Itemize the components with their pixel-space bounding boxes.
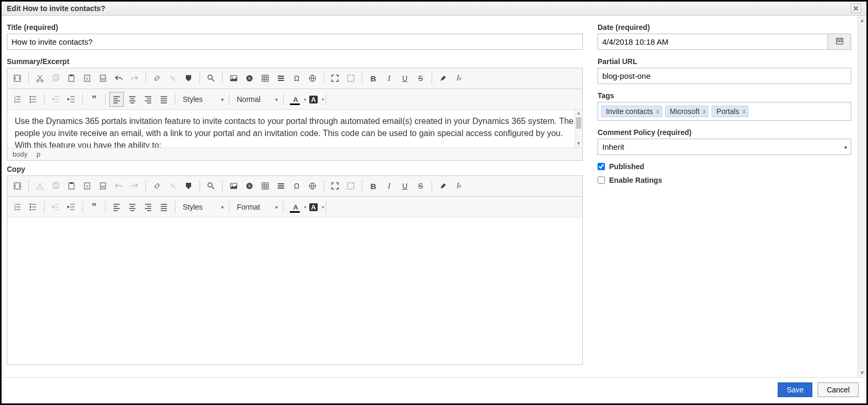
embed-icon[interactable] xyxy=(242,179,257,193)
anchor-icon[interactable] xyxy=(181,71,196,86)
bg-color-icon[interactable]: A▾ xyxy=(305,200,322,214)
tag-remove-icon[interactable]: x xyxy=(742,108,746,115)
date-input[interactable] xyxy=(598,34,828,50)
align-left-icon[interactable] xyxy=(109,92,124,107)
underline-icon[interactable]: U xyxy=(398,71,412,86)
specialchar-icon[interactable]: Ω xyxy=(289,71,304,86)
undo-icon[interactable] xyxy=(111,179,126,193)
copy-icon[interactable] xyxy=(48,71,63,86)
align-center-icon[interactable] xyxy=(125,92,140,107)
numbered-list-icon[interactable]: 123 xyxy=(10,200,25,214)
find-icon[interactable] xyxy=(204,71,218,86)
styles-dropdown[interactable]: Styles xyxy=(179,200,226,214)
underline-icon[interactable]: U xyxy=(398,179,412,193)
table-icon[interactable] xyxy=(258,71,273,86)
save-button[interactable]: Save xyxy=(778,382,812,397)
removeformat-icon[interactable]: Ix xyxy=(452,71,466,86)
redo-icon[interactable] xyxy=(127,71,142,86)
elpath-p[interactable]: p xyxy=(37,150,40,158)
unlink-icon[interactable] xyxy=(165,71,180,86)
align-left-icon[interactable] xyxy=(109,200,124,214)
cancel-button[interactable]: Cancel xyxy=(818,382,859,397)
hr-icon[interactable] xyxy=(274,179,288,193)
align-justify-icon[interactable] xyxy=(156,200,171,214)
embed-icon[interactable] xyxy=(242,71,257,86)
strike-icon[interactable]: S xyxy=(413,179,428,193)
paste-word-icon[interactable]: W xyxy=(96,179,110,193)
align-justify-icon[interactable] xyxy=(156,92,171,107)
paste-icon[interactable] xyxy=(64,179,79,193)
blockquote-icon[interactable]: ” xyxy=(87,92,101,107)
bg-color-icon[interactable]: A▾ xyxy=(305,92,322,107)
undo-icon[interactable] xyxy=(111,71,126,86)
source-icon[interactable] xyxy=(10,71,25,86)
specialchar-icon[interactable]: Ω xyxy=(289,179,304,193)
title-input[interactable] xyxy=(7,34,583,50)
link-icon[interactable] xyxy=(150,179,164,193)
summary-content[interactable]: Use the Dynamics 365 portals invitation … xyxy=(7,110,582,148)
align-center-icon[interactable] xyxy=(125,200,140,214)
text-color-icon[interactable]: A▾ xyxy=(287,92,304,107)
format-dropdown[interactable]: Format xyxy=(233,200,280,214)
indent-icon[interactable] xyxy=(64,200,79,214)
published-checkbox[interactable] xyxy=(598,163,605,170)
marker-icon[interactable] xyxy=(436,179,451,193)
bullet-list-icon[interactable] xyxy=(26,200,40,214)
table-icon[interactable] xyxy=(258,179,273,193)
maximize-icon[interactable] xyxy=(328,71,342,86)
blockquote-icon[interactable]: ” xyxy=(87,200,101,214)
paste-word-icon[interactable]: W xyxy=(96,71,110,86)
close-button[interactable]: ✕ xyxy=(851,4,861,13)
tags-input[interactable]: Invite contactsx Microsoftx Portalsx xyxy=(598,102,851,121)
unlink-icon[interactable] xyxy=(165,179,180,193)
showblocks-icon[interactable] xyxy=(343,179,358,193)
source-icon[interactable] xyxy=(10,179,25,193)
link-icon[interactable] xyxy=(150,71,164,86)
paste-icon[interactable] xyxy=(64,71,79,86)
dialog-scrollbar[interactable]: ▲ ▼ xyxy=(857,16,866,377)
showblocks-icon[interactable] xyxy=(343,71,358,86)
styles-dropdown[interactable]: Styles xyxy=(179,92,226,107)
strike-icon[interactable]: S xyxy=(413,71,428,86)
scroll-thumb[interactable] xyxy=(576,117,581,129)
scroll-down-icon[interactable]: ▼ xyxy=(575,140,582,148)
image-icon[interactable] xyxy=(226,179,241,193)
summary-content-scrollbar[interactable]: ▲ ▼ xyxy=(574,110,582,148)
text-color-icon[interactable]: A▾ xyxy=(287,200,304,214)
image-icon[interactable] xyxy=(226,71,241,86)
cut-icon[interactable] xyxy=(33,179,47,193)
italic-icon[interactable]: I xyxy=(382,179,396,193)
paste-text-icon[interactable]: T xyxy=(80,71,95,86)
partial-url-input[interactable] xyxy=(598,68,851,84)
bold-icon[interactable]: B xyxy=(366,179,381,193)
scroll-down-icon[interactable]: ▼ xyxy=(858,368,866,377)
tag-remove-icon[interactable]: x xyxy=(656,108,660,115)
scroll-up-icon[interactable]: ▲ xyxy=(858,16,866,24)
iframe-icon[interactable] xyxy=(305,71,320,86)
anchor-icon[interactable] xyxy=(181,179,196,193)
published-label[interactable]: Published xyxy=(609,162,644,171)
cut-icon[interactable] xyxy=(33,71,47,86)
outdent-icon[interactable] xyxy=(48,92,63,107)
align-right-icon[interactable] xyxy=(141,200,155,214)
redo-icon[interactable] xyxy=(127,179,142,193)
align-right-icon[interactable] xyxy=(141,92,155,107)
marker-icon[interactable] xyxy=(436,71,451,86)
format-dropdown[interactable]: Normal xyxy=(233,92,280,107)
hr-icon[interactable] xyxy=(274,71,288,86)
numbered-list-icon[interactable]: 123 xyxy=(10,92,25,107)
scroll-up-icon[interactable]: ▲ xyxy=(575,110,582,117)
maximize-icon[interactable] xyxy=(328,179,342,193)
enable-ratings-label[interactable]: Enable Ratings xyxy=(609,176,662,184)
comment-policy-select[interactable]: Inherit xyxy=(598,139,851,155)
copy-icon[interactable] xyxy=(48,179,63,193)
outdent-icon[interactable] xyxy=(48,200,63,214)
tag-remove-icon[interactable]: x xyxy=(703,108,706,115)
elpath-body[interactable]: body xyxy=(13,150,27,158)
date-picker-button[interactable] xyxy=(828,34,851,50)
iframe-icon[interactable] xyxy=(305,179,320,193)
paste-text-icon[interactable]: T xyxy=(80,179,95,193)
indent-icon[interactable] xyxy=(64,92,79,107)
bold-icon[interactable]: B xyxy=(366,71,381,86)
italic-icon[interactable]: I xyxy=(382,71,396,86)
